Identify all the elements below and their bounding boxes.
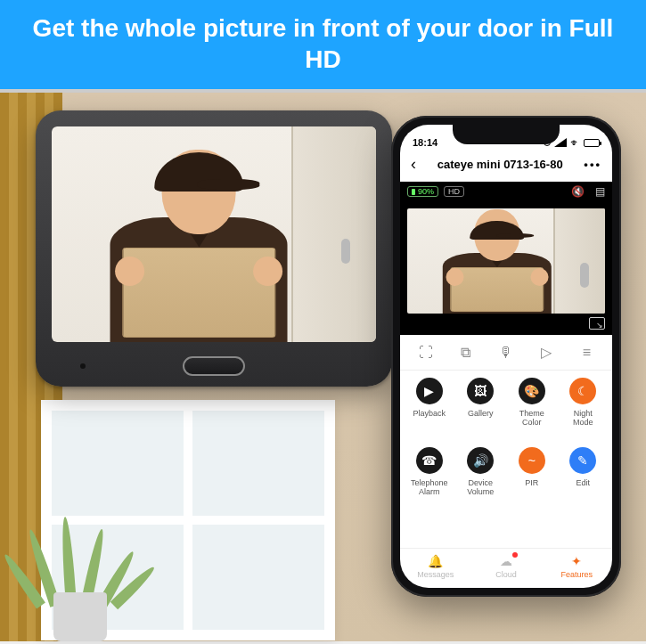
tile-icon: 🎨 <box>519 378 545 404</box>
mic-button[interactable]: 🎙 <box>497 345 515 361</box>
expand-icon[interactable] <box>589 317 605 330</box>
battery-icon <box>584 139 600 147</box>
live-preview[interactable] <box>400 201 612 335</box>
device-title: cateye mini 0713-16-80 <box>437 158 563 171</box>
tile-label: TelephoneAlarm <box>411 479 448 497</box>
tile-icon: ~ <box>519 447 545 474</box>
fullscreen-button[interactable]: ⛶ <box>417 345 435 361</box>
nav-icon: ✦ <box>571 554 582 568</box>
monitor-mic-dot <box>80 363 86 369</box>
phone-device: 18:14 ᯤ ‹ cateye mini 0713-16-80 ••• 90% <box>391 116 621 597</box>
nav-messages[interactable]: 🔔Messages <box>400 549 470 588</box>
more-button[interactable]: ••• <box>584 158 601 171</box>
bottom-nav: 🔔Messages☁Cloud✦Features <box>400 548 612 588</box>
visitor-camera-feed-small <box>407 208 605 314</box>
tile-icon: ✎ <box>569 447 596 474</box>
tile-label: DeviceVolume <box>467 479 494 497</box>
status-time: 18:14 <box>413 137 437 148</box>
nav-label: Cloud <box>495 570 517 579</box>
tile-icon: ☾ <box>569 378 596 404</box>
feature-tile-edit[interactable]: ✎Edit <box>558 447 609 513</box>
feature-tiles: ▶Playback🖼Gallery🎨ThemeColor☾NightMode☎T… <box>400 371 612 548</box>
layout-icon[interactable]: ▤ <box>595 185 605 198</box>
wifi-icon: ᯤ <box>570 137 580 148</box>
feature-tile-gallery[interactable]: 🖼Gallery <box>455 378 507 444</box>
phone-notch <box>453 125 560 144</box>
tile-label: Gallery <box>468 410 494 419</box>
nav-label: Features <box>561 570 593 579</box>
feature-tile-playback[interactable]: ▶Playback <box>404 378 455 444</box>
product-scene: 18:14 ᯤ ‹ cateye mini 0713-16-80 ••• 90% <box>0 89 646 641</box>
feature-tile-telephone-alarm[interactable]: ☎TelephoneAlarm <box>404 447 455 513</box>
feature-tile-pir[interactable]: ~PIR <box>506 447 558 513</box>
quick-action-bar: ⛶ ⧉ 🎙 ▷ ≡ <box>400 335 612 371</box>
feature-tile-device-volume[interactable]: 🔊DeviceVolume <box>455 447 507 513</box>
nav-label: Messages <box>417 570 454 579</box>
tile-label: NightMode <box>573 410 593 428</box>
record-button[interactable]: ▷ <box>537 344 555 361</box>
mute-icon[interactable]: 🔇 <box>571 185 585 198</box>
banner-headline: Get the whole picture in front of your d… <box>33 14 614 73</box>
feature-tile-night-mode[interactable]: ☾NightMode <box>558 378 609 444</box>
door-monitor-device <box>36 110 392 387</box>
plant-decor <box>27 508 134 641</box>
tile-icon: 🖼 <box>467 378 494 404</box>
tile-icon: 🔊 <box>467 447 494 474</box>
monitor-home-button[interactable] <box>183 356 245 376</box>
nav-icon: 🔔 <box>428 554 443 568</box>
monitor-screen <box>52 126 376 342</box>
back-button[interactable]: ‹ <box>411 155 416 174</box>
tile-label: Edit <box>576 479 590 488</box>
visitor-camera-feed <box>52 126 376 342</box>
device-battery-badge: 90% <box>407 186 438 197</box>
tile-icon: ☎ <box>416 447 443 474</box>
tile-label: PIR <box>525 479 538 488</box>
feature-tile-theme-color[interactable]: 🎨ThemeColor <box>506 378 558 444</box>
cell-signal-icon <box>554 138 567 147</box>
tile-label: ThemeColor <box>519 410 544 428</box>
snapshot-button[interactable]: ⧉ <box>457 345 475 361</box>
stream-overlay-bar: 90% HD 🔇 ▤ <box>400 182 612 201</box>
nav-cloud[interactable]: ☁Cloud <box>470 549 541 588</box>
app-header: ‹ cateye mini 0713-16-80 ••• <box>400 150 612 182</box>
nav-icon: ☁ <box>500 554 512 568</box>
promo-banner: Get the whole picture in front of your d… <box>0 0 646 89</box>
nav-features[interactable]: ✦Features <box>542 549 612 588</box>
tile-icon: ▶ <box>416 378 443 404</box>
hd-badge[interactable]: HD <box>444 186 464 197</box>
tile-label: Playback <box>413 410 446 419</box>
quick-menu-button[interactable]: ≡ <box>577 345 595 361</box>
